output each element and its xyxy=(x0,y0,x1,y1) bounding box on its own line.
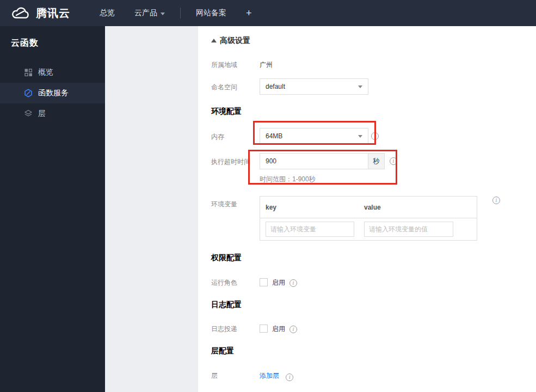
chevron-down-icon xyxy=(161,13,165,15)
env-var-value-input[interactable] xyxy=(364,222,453,237)
navbar-menu: 总览 云产品 网站备案 + xyxy=(90,8,262,19)
timeout-unit-suffix: 秒 xyxy=(368,153,385,169)
page: 腾讯云 总览 云产品 网站备案 + 云函数 xyxy=(0,0,536,392)
grid-icon xyxy=(24,68,33,77)
log-delivery-checkbox-label: 启用 xyxy=(272,325,285,333)
run-role-checkbox[interactable] xyxy=(260,278,268,286)
function-hexagon-icon xyxy=(24,89,33,97)
memory-select[interactable]: 64MB xyxy=(260,128,368,144)
top-navbar: 腾讯云 总览 云产品 网站备案 + xyxy=(0,0,536,26)
namespace-label: 命名空间 xyxy=(211,83,237,92)
add-layer-info-icon[interactable] xyxy=(286,373,293,381)
run-role-label: 运行角色 xyxy=(211,278,237,287)
timeout-input[interactable] xyxy=(260,153,368,169)
log-delivery-info-icon[interactable] xyxy=(289,326,297,333)
navbar-divider xyxy=(180,8,181,19)
layers-icon xyxy=(24,109,33,118)
nav-item-icp-filing[interactable]: 网站备案 xyxy=(196,8,226,18)
sidebar-menu: 概览 函数服务 层 xyxy=(0,62,105,124)
env-var-key-input[interactable] xyxy=(266,222,354,237)
run-role-checkbox-label: 启用 xyxy=(272,279,285,286)
log-config-header: 日志配置 xyxy=(211,300,242,310)
cloud-logo-icon xyxy=(11,6,30,21)
run-role-enable-row: 启用 xyxy=(260,277,297,287)
timeout-label: 执行超时时间 xyxy=(211,157,250,167)
layer-add-row: 添加层 xyxy=(260,370,293,381)
nav-item-overview[interactable]: 总览 xyxy=(100,8,115,18)
brand-name: 腾讯云 xyxy=(36,6,70,21)
log-delivery-label: 日志投递 xyxy=(211,324,237,334)
memory-label: 内存 xyxy=(211,132,224,142)
sidebar-item-function-service[interactable]: 函数服务 xyxy=(0,83,105,103)
secondary-panel xyxy=(105,26,198,392)
add-layer-link[interactable]: 添加层 xyxy=(260,372,279,379)
timeout-hint: 时间范围：1-900秒 xyxy=(260,175,316,184)
region-label: 所属地域 xyxy=(211,60,237,70)
advanced-settings-toggle[interactable]: 高级设置 xyxy=(211,36,250,46)
namespace-select[interactable]: default xyxy=(260,78,368,95)
sidebar-item-label: 函数服务 xyxy=(38,88,69,98)
env-vars-key-header: key xyxy=(260,204,364,211)
function-config-form: 高级设置 所属地域 广州 命名空间 default 环境配置 内存 64MB 执… xyxy=(198,26,536,392)
chevron-down-icon xyxy=(358,85,362,88)
log-delivery-enable-row: 启用 xyxy=(260,323,297,334)
chevron-down-icon xyxy=(358,135,362,138)
env-vars-value-header: value xyxy=(364,204,381,211)
layer-config-header: 层配置 xyxy=(211,346,234,356)
nav-item-cloud-products-label: 云产品 xyxy=(134,8,157,18)
nav-item-cloud-products[interactable]: 云产品 xyxy=(134,8,165,18)
env-vars-label: 环境变量 xyxy=(211,200,237,209)
env-vars-header-row: key value xyxy=(260,197,477,218)
collapse-triangle-icon xyxy=(211,39,217,42)
env-config-header: 环境配置 xyxy=(211,107,242,117)
sidebar: 云函数 概览 xyxy=(0,26,105,392)
sidebar-item-label: 层 xyxy=(38,109,46,119)
sidebar-item-label: 概览 xyxy=(38,68,53,77)
timeout-info-icon[interactable] xyxy=(390,157,397,165)
add-tab-button[interactable]: + xyxy=(246,8,252,19)
run-role-info-icon[interactable] xyxy=(289,279,297,287)
memory-selected-value: 64MB xyxy=(266,132,282,140)
advanced-settings-label: 高级设置 xyxy=(220,36,250,45)
sidebar-title: 云函数 xyxy=(0,26,105,49)
region-value: 广州 xyxy=(260,60,273,70)
sidebar-item-layers[interactable]: 层 xyxy=(0,103,105,124)
namespace-selected-value: default xyxy=(266,83,285,90)
env-vars-table: key value xyxy=(260,196,477,241)
env-vars-info-icon[interactable] xyxy=(492,197,500,204)
sidebar-item-overview[interactable]: 概览 xyxy=(0,62,105,83)
memory-info-icon[interactable] xyxy=(371,132,379,140)
permission-config-header: 权限配置 xyxy=(211,253,242,263)
tencent-cloud-logo[interactable]: 腾讯云 xyxy=(11,6,70,21)
log-delivery-checkbox[interactable] xyxy=(260,324,268,333)
layer-label: 层 xyxy=(211,371,218,381)
env-vars-input-row xyxy=(260,218,477,240)
